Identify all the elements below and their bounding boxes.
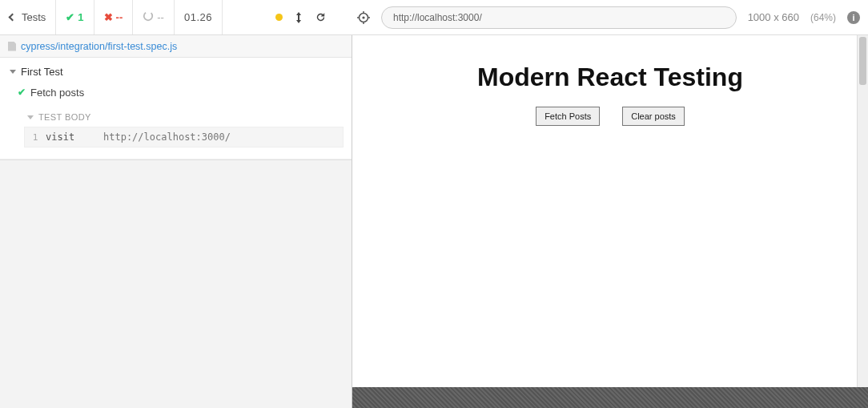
check-icon: ✔ — [18, 87, 26, 98]
clear-posts-button[interactable]: Clear posts — [622, 107, 685, 126]
auto-scroll-toggle[interactable] — [294, 12, 303, 23]
controls-cell — [223, 0, 341, 34]
svg-point-0 — [144, 12, 153, 21]
aut-iframe-wrap: Modern React Testing Fetch Posts Clear p… — [352, 35, 868, 387]
suite-row[interactable]: First Test — [0, 61, 352, 82]
main-split: cypress/integration/first-test.spec.js F… — [0, 35, 868, 408]
scrollbar-thumb[interactable] — [859, 37, 866, 85]
url-zone: http://localhost:3000/ 1000 x 660 (64%) … — [341, 0, 868, 34]
command-row[interactable]: 1 visit http://localhost:3000/ — [24, 127, 344, 147]
svg-point-2 — [362, 16, 364, 18]
zoom-percent: (64%) — [810, 12, 836, 23]
fetch-posts-button[interactable]: Fetch Posts — [536, 107, 600, 126]
failed-count-cell[interactable]: ✖ -- — [94, 0, 134, 34]
test-body-section: TEST BODY 1 visit http://localhost:3000/ — [0, 103, 352, 156]
vertical-scrollbar[interactable] — [857, 35, 868, 387]
passed-count-cell[interactable]: ✔ 1 — [56, 0, 94, 34]
viewport-size[interactable]: 1000 x 660 — [748, 11, 799, 23]
chevron-left-icon — [9, 14, 17, 22]
back-label: Tests — [22, 11, 46, 23]
button-row: Fetch Posts Clear posts — [365, 107, 855, 126]
reload-button[interactable] — [315, 11, 327, 23]
command-name: visit — [46, 131, 103, 143]
command-message: http://localhost:3000/ — [103, 131, 231, 143]
runner-toolbar: Tests ✔ 1 ✖ -- -- 01.26 http://localhost… — [0, 0, 868, 35]
url-text: http://localhost:3000/ — [393, 12, 482, 23]
url-input[interactable]: http://localhost:3000/ — [381, 6, 737, 29]
back-to-tests-button[interactable]: Tests — [0, 0, 56, 34]
reporter-empty-area — [0, 160, 352, 408]
status-dot-icon — [275, 14, 283, 21]
body-header-label: TEST BODY — [38, 112, 91, 122]
resize-handle[interactable] — [352, 387, 868, 408]
selector-playground-button[interactable] — [357, 11, 370, 24]
pending-count-cell[interactable]: -- — [133, 0, 175, 34]
test-list: First Test ✔ Fetch posts TEST BODY 1 vis… — [0, 58, 352, 160]
x-icon: ✖ — [104, 11, 113, 23]
caret-down-icon — [10, 70, 16, 74]
app-heading: Modern React Testing — [365, 63, 855, 92]
test-title: Fetch posts — [30, 87, 84, 99]
passed-count: 1 — [78, 11, 83, 23]
app-root: Modern React Testing Fetch Posts Clear p… — [352, 35, 868, 145]
file-icon — [8, 42, 16, 51]
command-number: 1 — [25, 132, 46, 143]
spinner-icon — [143, 10, 154, 24]
failed-count: -- — [116, 11, 123, 23]
spec-file-bar: cypress/integration/first-test.spec.js — [0, 35, 352, 58]
duration-text: 01.26 — [184, 11, 212, 23]
duration-cell: 01.26 — [175, 0, 223, 34]
spec-file-link[interactable]: cypress/integration/first-test.spec.js — [21, 41, 177, 52]
suite-title: First Test — [21, 66, 63, 78]
caret-down-icon — [27, 115, 34, 119]
check-icon: ✔ — [66, 11, 74, 23]
test-body-toggle[interactable]: TEST BODY — [24, 107, 344, 127]
info-icon[interactable]: i — [847, 11, 860, 24]
test-row[interactable]: ✔ Fetch posts — [0, 82, 352, 103]
pending-count: -- — [157, 11, 164, 23]
aut-pane: Modern React Testing Fetch Posts Clear p… — [352, 35, 868, 408]
reporter-pane: cypress/integration/first-test.spec.js F… — [0, 35, 352, 408]
aut-viewport[interactable]: Modern React Testing Fetch Posts Clear p… — [352, 35, 868, 387]
